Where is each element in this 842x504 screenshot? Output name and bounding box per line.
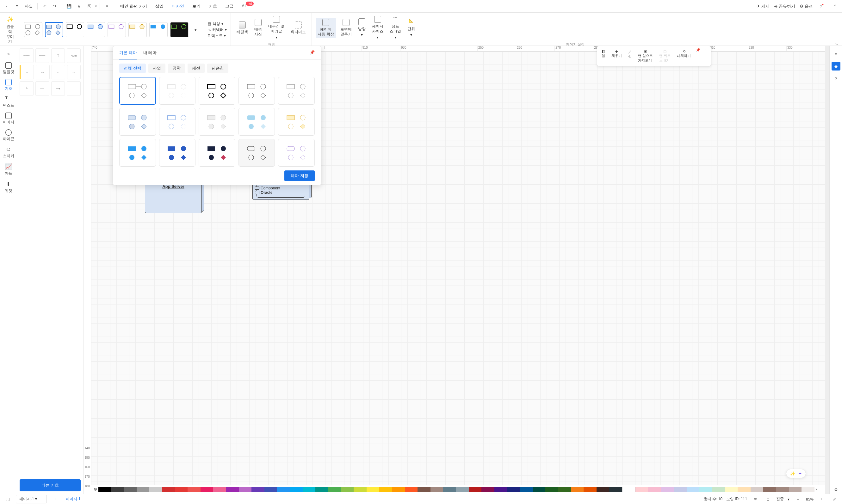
theme-item[interactable] bbox=[199, 139, 235, 167]
settings-gear-icon[interactable]: ⚙ bbox=[831, 485, 840, 494]
share-button[interactable]: ⚹ 공유하기 bbox=[774, 3, 795, 9]
color-dropdown[interactable]: ▦ 색상 ▾ bbox=[208, 21, 227, 26]
line-button[interactable]: ／선 bbox=[626, 48, 634, 64]
theme-preset-4[interactable] bbox=[87, 22, 105, 37]
shape-cell[interactable]: ⟶ bbox=[51, 81, 65, 96]
publish-button[interactable]: ✈ 게시 bbox=[757, 3, 770, 9]
other-shapes-button[interactable]: 다른 기호 bbox=[20, 479, 80, 491]
rail-chart[interactable]: 📈차트 bbox=[5, 163, 12, 176]
theme-item[interactable] bbox=[278, 139, 315, 167]
page-auto-expand-button[interactable]: 페이지 자동 확장 bbox=[316, 18, 336, 38]
my-theme-tab[interactable]: 내 테마 bbox=[143, 50, 157, 59]
focus-icon[interactable]: ⊡ bbox=[764, 495, 772, 504]
theme-preset-1[interactable] bbox=[24, 22, 42, 37]
filter-engineering[interactable]: 공학 bbox=[168, 64, 185, 73]
theme-preset-5[interactable] bbox=[108, 22, 126, 37]
watermark-button[interactable]: 워터마크 bbox=[289, 20, 308, 36]
shape-cell[interactable]: └ bbox=[20, 81, 34, 96]
fullscreen-icon[interactable]: ⤢ bbox=[830, 495, 839, 504]
layers-icon[interactable]: ≋ bbox=[751, 495, 760, 504]
rail-icons[interactable]: 아이콘 bbox=[3, 129, 14, 142]
filter-simple[interactable]: 단순한 bbox=[207, 64, 228, 73]
theme-item[interactable] bbox=[159, 77, 196, 105]
theme-item[interactable] bbox=[199, 77, 235, 105]
direction-button[interactable]: 방향 ▾ bbox=[356, 17, 368, 39]
shape-cell[interactable]: ▭ bbox=[36, 65, 49, 79]
theme-preset-7[interactable] bbox=[149, 22, 168, 37]
text-dropdown[interactable]: T 텍스트 ▾ bbox=[208, 33, 227, 39]
export-icon[interactable]: ⇱ bbox=[85, 2, 94, 11]
shape-cell[interactable]: Note bbox=[67, 48, 80, 63]
shape-cell[interactable]: { } bbox=[51, 48, 65, 63]
replace-button[interactable]: ⟲대체하기 bbox=[674, 48, 693, 64]
theme-preset-8[interactable] bbox=[170, 22, 189, 37]
add-page-icon[interactable]: ＋ bbox=[51, 495, 59, 504]
redo-icon[interactable]: ↷ bbox=[50, 2, 59, 11]
pages-icon[interactable]: ▯▯ bbox=[3, 495, 12, 504]
filter-business[interactable]: 사업 bbox=[148, 64, 165, 73]
theme-item[interactable] bbox=[199, 108, 235, 136]
zoom-out-icon[interactable]: − bbox=[793, 495, 802, 504]
ai-sparkle-icon[interactable]: ✦ bbox=[798, 471, 802, 476]
no-fill-icon[interactable]: ⊘ bbox=[93, 486, 98, 492]
canvas[interactable]: 740760780|850870|910930|2502602702802903… bbox=[91, 46, 825, 494]
color-strip-expand-icon[interactable]: › bbox=[816, 487, 817, 491]
rail-templates[interactable]: 템플릿 bbox=[3, 62, 14, 75]
send-back-button[interactable]: ▢맨 뒤로 보내기 bbox=[657, 48, 673, 64]
tab-home[interactable]: 메인 화면 가기 bbox=[119, 0, 148, 12]
tab-symbol[interactable]: 기호 bbox=[208, 0, 218, 12]
page-settings-expand-icon[interactable]: ↘ bbox=[835, 42, 838, 46]
help-icon[interactable]: ?● bbox=[817, 2, 826, 11]
theme-preset-6[interactable] bbox=[128, 22, 147, 37]
options-button[interactable]: ⚙ 옵션 bbox=[800, 3, 813, 9]
page-tab-1[interactable]: 페이지-1 bbox=[63, 495, 83, 503]
popup-pin-icon[interactable]: 📌 bbox=[310, 50, 315, 59]
bgimage-button[interactable]: 배경 사진 bbox=[252, 18, 264, 38]
theme-item[interactable] bbox=[238, 139, 275, 167]
theme-item[interactable] bbox=[278, 108, 315, 136]
back-icon[interactable]: ‹ bbox=[2, 2, 12, 11]
shape-cell[interactable]: ⇢ bbox=[67, 65, 80, 79]
shape-cell[interactable]: ⌐ bbox=[52, 65, 65, 79]
undo-icon[interactable]: ↶ bbox=[40, 2, 49, 11]
rail-symbols[interactable]: 기호 bbox=[5, 79, 12, 91]
file-menu[interactable]: 파일 bbox=[23, 3, 35, 9]
oneclick-decorate-button[interactable]: ✨원클릭 꾸미기 bbox=[4, 15, 16, 46]
page-size-button[interactable]: 페이지 사이즈 ▾ bbox=[370, 15, 385, 41]
magic-wand-icon[interactable]: ✨ bbox=[790, 471, 795, 476]
app-server-node[interactable]: App Server bbox=[145, 182, 202, 213]
theme-item[interactable] bbox=[159, 139, 196, 167]
more-icon[interactable]: ▾ bbox=[103, 2, 111, 11]
diamond-icon[interactable]: ◆ bbox=[831, 62, 840, 71]
theme-item[interactable] bbox=[238, 77, 275, 105]
fit-drawing-button[interactable]: 도면에 맞추기 bbox=[338, 18, 354, 38]
page-selector[interactable]: 페이지-1 ▾ bbox=[16, 495, 47, 503]
theme-item[interactable] bbox=[159, 108, 196, 136]
fill-button[interactable]: ◆채우기 bbox=[609, 48, 624, 64]
shape-cell[interactable]: ═══ bbox=[35, 48, 49, 63]
tab-ai[interactable]: AIhot bbox=[240, 0, 255, 12]
rail-widget[interactable]: ⬇위젯 bbox=[5, 181, 12, 194]
save-icon[interactable]: 💾 bbox=[65, 2, 73, 11]
more-vert-icon[interactable]: ⋮ bbox=[703, 48, 709, 64]
bring-front-button[interactable]: ▣맨 앞으로 가져오기 bbox=[635, 48, 656, 64]
basic-theme-tab[interactable]: 기본 테마 bbox=[119, 50, 137, 59]
border-header-button[interactable]: 테두리 및 머리글 ▾ bbox=[266, 15, 286, 41]
rail-image[interactable]: 이미지 bbox=[3, 112, 14, 125]
tab-advanced[interactable]: 고급 bbox=[224, 0, 235, 12]
help-circle-icon[interactable]: ? bbox=[831, 74, 840, 83]
theme-item[interactable] bbox=[119, 139, 156, 167]
theme-dropdown-icon[interactable]: ▾ bbox=[191, 25, 200, 34]
zoom-in-icon[interactable]: ＋ bbox=[817, 495, 826, 504]
rail-sticker[interactable]: ☺스티커 bbox=[3, 146, 14, 159]
shape-cell[interactable]: ═══ bbox=[20, 48, 34, 63]
expand-right-icon[interactable]: » bbox=[831, 49, 840, 58]
scrollbar-vertical[interactable] bbox=[825, 46, 829, 494]
theme-item[interactable] bbox=[238, 108, 275, 136]
theme-item[interactable] bbox=[278, 77, 315, 105]
style-button[interactable]: ◧일 bbox=[599, 48, 608, 64]
filter-fashion[interactable]: 패션 bbox=[187, 64, 205, 73]
collapse-ribbon-icon[interactable]: ⌃ bbox=[830, 2, 840, 11]
hamburger-icon[interactable]: ≡ bbox=[13, 2, 21, 11]
theme-item[interactable] bbox=[119, 77, 156, 105]
